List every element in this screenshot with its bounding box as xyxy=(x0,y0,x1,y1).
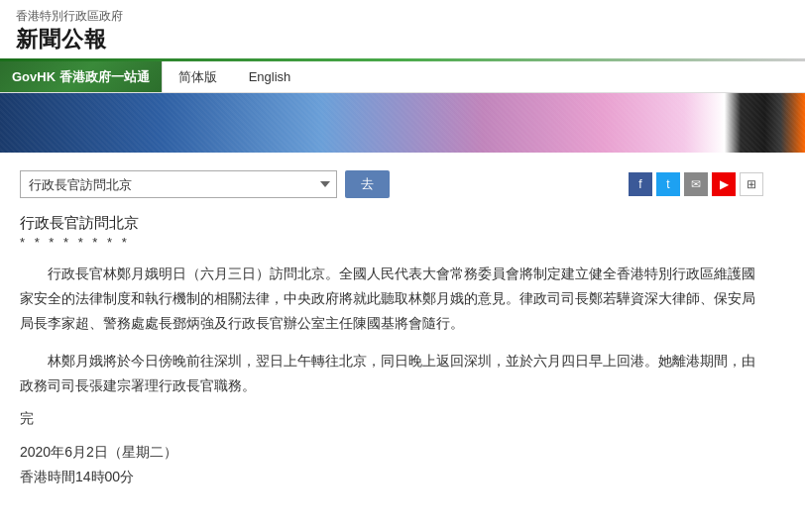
header: 香港特別行政區政府 新聞公報 xyxy=(0,0,805,58)
article-body: 行政長官林鄭月娥明日（六月三日）訪問北京。全國人民代表大會常務委員會將制定建立健… xyxy=(20,262,763,398)
article-date-line: 2020年6月2日（星期二） xyxy=(20,440,763,465)
article-title: 行政長官訪問北京 xyxy=(20,214,763,233)
twitter-icon[interactable]: t xyxy=(656,172,680,196)
youtube-icon[interactable]: ▶ xyxy=(712,172,736,196)
nav-english-link[interactable]: English xyxy=(233,61,307,92)
nav-simplified-label: 简体版 xyxy=(178,68,217,86)
nav-govhk-link[interactable]: GovHK 香港政府一站通 xyxy=(0,61,162,92)
article-para1: 行政長官林鄭月娥明日（六月三日）訪問北京。全國人民代表大會常務委員會將制定建立健… xyxy=(20,262,763,337)
search-button[interactable]: 去 xyxy=(345,170,390,198)
print-icon[interactable]: ⊞ xyxy=(740,172,763,196)
article-end: 完 xyxy=(20,410,763,428)
article-stars: * * * * * * * * xyxy=(20,235,763,250)
article-date: 2020年6月2日（星期二） 香港時間14時00分 xyxy=(20,440,763,489)
article-para2: 林鄭月娥將於今日傍晚前往深圳，翌日上午轉往北京，同日晚上返回深圳，並於六月四日早… xyxy=(20,349,763,398)
article-select[interactable]: 行政長官訪問北京 xyxy=(20,170,337,198)
nav-english-label: English xyxy=(249,69,291,84)
article-time-line: 香港時間14時00分 xyxy=(20,465,763,489)
social-icons: f t ✉ ▶ ⊞ xyxy=(629,172,763,196)
email-icon[interactable]: ✉ xyxy=(684,172,708,196)
content: 行政長官訪問北京 去 f t ✉ ▶ ⊞ 行政長官訪問北京 * * * * * … xyxy=(0,153,783,501)
header-title: 新聞公報 xyxy=(16,25,789,54)
nav-simplified-link[interactable]: 简体版 xyxy=(162,61,233,92)
nav-bar: GovHK 香港政府一站通 简体版 English xyxy=(0,61,805,93)
header-subtitle: 香港特別行政區政府 xyxy=(16,8,789,25)
nav-govhk-label: GovHK 香港政府一站通 xyxy=(12,68,150,86)
banner xyxy=(0,93,805,153)
facebook-icon[interactable]: f xyxy=(629,172,652,196)
banner-overlay xyxy=(0,93,805,153)
search-row: 行政長官訪問北京 去 f t ✉ ▶ ⊞ xyxy=(20,170,763,198)
